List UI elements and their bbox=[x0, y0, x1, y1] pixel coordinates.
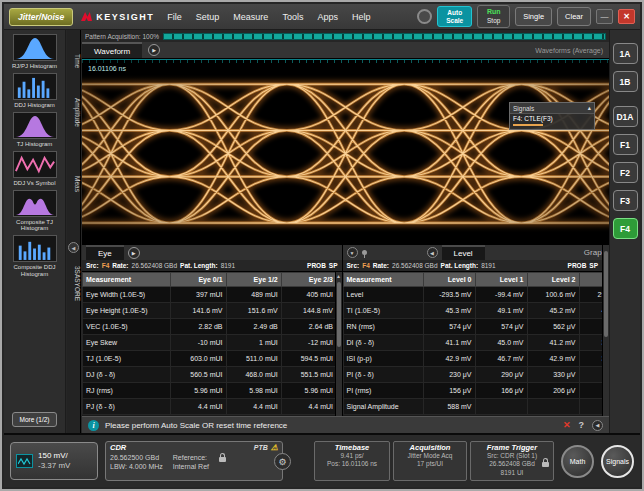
table-row[interactable]: RN (rms)574 μV574 μV562 μV592 μV bbox=[343, 319, 602, 335]
measurement-value bbox=[527, 399, 579, 415]
signals-legend-box[interactable]: Signals ▴ F4: CTLE(F3) bbox=[509, 102, 595, 130]
table-row[interactable]: TI (1.0E-5)45.3 mV49.1 mV45.2 mV42.5 mV bbox=[343, 303, 602, 319]
collapse-messages-icon[interactable]: ◀ bbox=[592, 420, 603, 431]
tab-waveform[interactable]: Waveform bbox=[82, 42, 142, 58]
more-pages-button[interactable]: More (1/2) bbox=[12, 412, 58, 427]
sidebar-item-label: Composite DDJ Histogram bbox=[6, 264, 64, 278]
touch-toggle-button[interactable] bbox=[417, 9, 432, 24]
menu-apps[interactable]: Apps bbox=[311, 9, 344, 25]
eye-diagram-display[interactable]: 16.01106 ns Signals ▴ F4: CTLE(F3) bbox=[82, 59, 609, 244]
measurement-value: 290 μV bbox=[475, 367, 527, 383]
measurement-value: 250 μV bbox=[579, 367, 602, 383]
menu-file[interactable]: File bbox=[161, 9, 188, 25]
channel-scale-button[interactable]: 150 mV/ -3.37 mV bbox=[10, 442, 98, 480]
panel-chevron-left-icon[interactable]: ◀ bbox=[427, 247, 438, 258]
eye-table-wrap: MeasurementEye 0/1Eye 1/2Eye 2/3 Eye Wid… bbox=[82, 272, 342, 416]
eye-table-body: Eye Width (1.0E-5)397 mUI489 mUI405 mUIE… bbox=[83, 287, 337, 415]
channel-button-1b[interactable]: 1B bbox=[613, 71, 638, 92]
measurement-value: 405 mUI bbox=[281, 287, 336, 303]
sp-label[interactable]: SP bbox=[329, 262, 338, 269]
collapse-strip-button[interactable]: ◀ bbox=[68, 242, 79, 253]
sidebar-item-composite-tj-histogram[interactable]: Composite TJ Histogram bbox=[4, 190, 65, 233]
category-tab-amplitude[interactable]: Amplitude bbox=[67, 98, 81, 127]
tab-level[interactable]: Level bbox=[442, 245, 485, 260]
measurement-value: 560.5 mUI bbox=[171, 367, 226, 383]
prob-label[interactable]: PROB bbox=[307, 262, 326, 269]
panel-chevron-down-icon[interactable]: ▼ bbox=[347, 247, 358, 258]
topbar-controls: Auto Scale Run Stop Single Clear — ✕ bbox=[417, 5, 635, 27]
waveform-play-icon[interactable]: ▶ bbox=[148, 44, 160, 56]
math-button[interactable]: Math bbox=[561, 445, 594, 478]
function-button-f3[interactable]: F3 bbox=[613, 190, 638, 211]
column-header: Level 0 bbox=[423, 273, 475, 287]
measurement-value: 41.1 mV bbox=[423, 335, 475, 351]
clear-button[interactable]: Clear bbox=[557, 7, 591, 26]
auto-scale-label-1: Auto bbox=[447, 9, 462, 17]
table-row[interactable]: Eye Height (1.0E-5)141.6 mV151.6 mV144.8… bbox=[83, 303, 337, 319]
table-row[interactable]: TJ (1.0E-5)603.0 mUI511.0 mUI594.5 mUI bbox=[83, 351, 337, 367]
table-row[interactable]: VEC (1.0E-5)2.82 dB2.49 dB2.64 dB bbox=[83, 319, 337, 335]
menu-tools[interactable]: Tools bbox=[276, 9, 309, 25]
table-row[interactable]: ISI (p-p)42.9 mV46.7 mV42.9 mV39.7 mV bbox=[343, 351, 602, 367]
category-tab-time[interactable]: Time bbox=[67, 54, 81, 68]
table-row[interactable]: DJ (δ - δ)560.5 mUI468.0 mUI551.5 mUI bbox=[83, 367, 337, 383]
sidebar-item-rjpj-histogram[interactable]: RJ/PJ Histogram bbox=[4, 34, 65, 70]
jitter-noise-mode-button[interactable]: Jitter/Noise bbox=[9, 8, 73, 26]
tab-eye[interactable]: Eye bbox=[86, 245, 124, 260]
cdr-details: 26.562500 GBd LBW: 4.000 MHz Reference: … bbox=[110, 453, 278, 471]
menu-help[interactable]: Help bbox=[346, 9, 377, 25]
scrollbar-thumb[interactable] bbox=[337, 282, 341, 347]
function-button-f1[interactable]: F1 bbox=[613, 134, 638, 155]
category-tab-meas[interactable]: Meas bbox=[67, 176, 81, 192]
eye-play-icon[interactable]: ▶ bbox=[128, 247, 140, 259]
acquisition-panel[interactable]: Acquisition Jitter Mode Acq 17 pts/UI bbox=[393, 441, 467, 481]
sidebar-item-composite-ddj-histogram[interactable]: Composite DDJ Histogram bbox=[4, 235, 65, 278]
frame-trigger-panel[interactable]: Frame Trigger Src: CDR (Slot 1) 26.56240… bbox=[470, 441, 554, 481]
table-row[interactable]: PJ (δ - δ)4.4 mUI4.4 mUI4.4 mUI bbox=[83, 399, 337, 415]
channel-button-d1a[interactable]: D1A bbox=[613, 106, 638, 127]
measurement-value: 294.8 mV bbox=[579, 287, 602, 303]
sp-label[interactable]: SP bbox=[589, 262, 598, 269]
sidebar-item-ddj-histogram[interactable]: DDJ Histogram bbox=[4, 73, 65, 109]
menu-measure[interactable]: Measure bbox=[227, 9, 274, 25]
waveform-tab-row: Waveform ▶ Waveforms (Average) bbox=[82, 42, 609, 59]
channel-button-1a[interactable]: 1A bbox=[613, 43, 638, 64]
minimize-button[interactable]: — bbox=[596, 9, 613, 24]
measurement-name: Signal Amplitude bbox=[343, 399, 423, 415]
sidebar-item-ddj-vs-symbol[interactable]: DDJ Vs Symbol bbox=[4, 151, 65, 187]
function-button-f4[interactable]: F4 bbox=[613, 218, 638, 239]
table-row[interactable]: RJ (rms)5.96 mUI5.98 mUI5.96 mUI bbox=[83, 383, 337, 399]
table-row[interactable]: Eye Width (1.0E-5)397 mUI489 mUI405 mUI bbox=[83, 287, 337, 303]
cdr-panel[interactable]: CDR PTB ⚠ 26.562500 GBd LBW: 4.000 MHz R… bbox=[105, 441, 283, 481]
prob-label[interactable]: PROB bbox=[568, 262, 587, 269]
menu-setup[interactable]: Setup bbox=[190, 9, 226, 25]
pat-length-label: Pat. Length: bbox=[180, 262, 218, 269]
category-tab-lower[interactable]: 3SASYORE bbox=[67, 266, 81, 301]
table-row[interactable]: Signal Amplitude588 mV bbox=[343, 399, 602, 415]
table-row[interactable]: Level-293.5 mV-99.4 mV100.6 mV294.8 mV bbox=[343, 287, 602, 303]
pin-icon[interactable] bbox=[362, 250, 367, 255]
cdr-settings-gear-button[interactable]: ⚙ bbox=[274, 453, 291, 470]
signals-legend-header[interactable]: Signals ▴ bbox=[510, 103, 594, 114]
close-button[interactable]: ✕ bbox=[618, 9, 635, 24]
eye-table-scrollbar[interactable]: ▲ bbox=[335, 272, 342, 416]
sidebar-item-tj-histogram[interactable]: TJ Histogram bbox=[4, 112, 65, 148]
help-icon[interactable]: ? bbox=[579, 420, 585, 430]
scroll-up-icon[interactable]: ▲ bbox=[336, 273, 342, 279]
single-button[interactable]: Single bbox=[515, 7, 552, 26]
signals-legend-title: Signals bbox=[513, 105, 534, 112]
table-row[interactable]: PI (δ - δ)230 μV290 μV330 μV250 μV bbox=[343, 367, 602, 383]
function-button-f2[interactable]: F2 bbox=[613, 162, 638, 183]
signals-button[interactable]: Signals bbox=[601, 445, 634, 478]
scrollbar-thumb[interactable] bbox=[604, 251, 608, 337]
table-row[interactable]: Eye Skew-10 mUI1 mUI-12 mUI bbox=[83, 335, 337, 351]
run-stop-button[interactable]: Run Stop bbox=[477, 5, 510, 27]
tab-graphs[interactable]: Graphs bbox=[584, 248, 603, 257]
collapse-up-icon[interactable]: ▴ bbox=[588, 104, 591, 112]
table-row[interactable]: PI (rms)156 μV166 μV206 μV258 μV bbox=[343, 383, 602, 399]
timebase-panel[interactable]: Timebase 9.41 ps/ Pos: 16.01106 ns bbox=[314, 441, 390, 481]
error-indicator-icon[interactable]: ✕ bbox=[563, 420, 571, 430]
signals-legend-entry[interactable]: F4: CTLE(F3) bbox=[510, 114, 594, 122]
table-row[interactable]: DI (δ - δ)41.1 mV45.0 mV41.2 mV38.1 mV bbox=[343, 335, 602, 351]
auto-scale-button[interactable]: Auto Scale bbox=[437, 6, 472, 28]
